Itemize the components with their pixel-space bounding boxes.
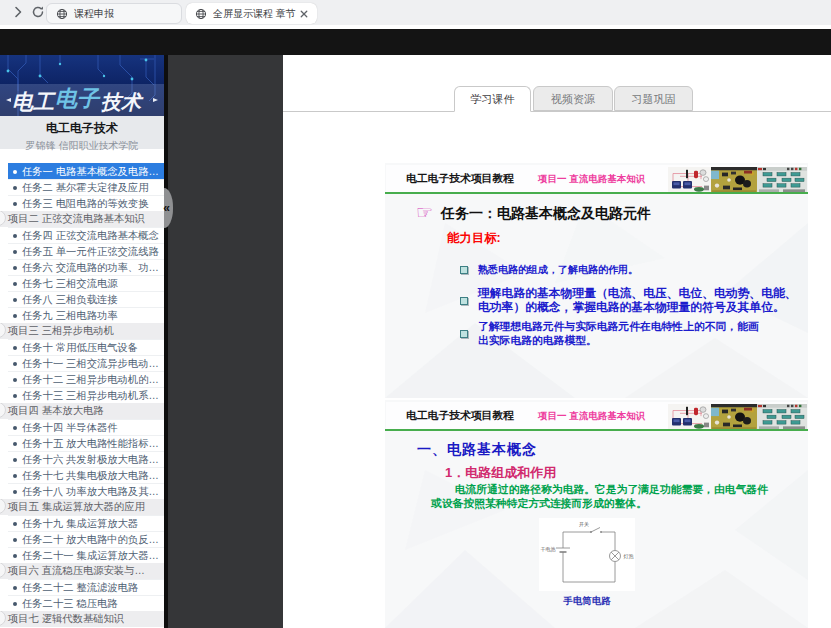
slide-2: 电工电子技术项目教程 项目一 直流电路基本知识 bbox=[385, 400, 808, 628]
app-area: 电工 电子 技术 电工电子技术 罗锦锋 信阳职业技术学院 任务一 电路基本概念及… bbox=[0, 55, 831, 628]
chapter-list-item[interactable]: 项目三 三相异步电动机 bbox=[0, 323, 164, 339]
chapter-list-item[interactable]: 任务二十二 整流滤波电路 bbox=[8, 579, 164, 595]
chapter-list-item[interactable]: 项目六 直流稳压电源安装与… bbox=[0, 563, 164, 579]
chapter-list-item[interactable]: 任务九 三相电路功率 bbox=[8, 307, 164, 323]
wiring-components-photo bbox=[668, 167, 711, 194]
chapter-list-item[interactable]: 任务一 电路基本概念及电路… bbox=[8, 163, 164, 179]
slide1-title: 任务一：电路基本概念及电路元件 bbox=[441, 205, 651, 223]
bullet-icon bbox=[13, 490, 17, 494]
slide-header-band: 电工电子技术项目教程 项目一 直流电路基本知识 bbox=[386, 402, 807, 429]
project-circle-icon bbox=[0, 323, 6, 338]
chapter-label: 任务二 基尔霍夫定律及应用 bbox=[22, 182, 148, 193]
page: 课程申报 全屏显示课程 章节 bbox=[0, 0, 831, 628]
subsection-heading: 1．电路组成和作用 bbox=[445, 464, 556, 482]
bullet-icon bbox=[13, 394, 17, 398]
chapter-label: 任务十二 三相异步电动机的… bbox=[22, 374, 159, 385]
bullet-icon bbox=[13, 202, 17, 206]
slide-header-project: 项目一 直流电路基本知识 bbox=[538, 402, 645, 429]
content-tabbar: 学习课件 视频资源 习题巩固 bbox=[283, 86, 831, 112]
chapter-list-item[interactable]: 项目五 集成运算放大器的应用 bbox=[0, 499, 164, 515]
slide-1: 电工电子技术项目教程 项目一 直流电路基本知识 bbox=[385, 163, 808, 398]
chapter-list-item[interactable]: 任务五 单一元件正弦交流线路 bbox=[8, 243, 164, 259]
sidebar-collapse-handle[interactable]: « bbox=[164, 188, 173, 228]
chapter-list-item[interactable]: 任务十八 功率放大电路及其… bbox=[8, 483, 164, 499]
chapter-label: 任务六 交流电路的功率、功… bbox=[22, 262, 159, 273]
chapter-list-item[interactable]: 项目七 逻辑代数基础知识 bbox=[0, 611, 164, 627]
tab-video-resources[interactable]: 视频资源 bbox=[533, 86, 613, 111]
ability-goals-heading: 能力目标: bbox=[447, 230, 501, 247]
chapter-list-item[interactable]: 任务十四 半导体器件 bbox=[8, 419, 164, 435]
chapter-list-item[interactable]: 任务六 交流电路的功率、功… bbox=[8, 259, 164, 275]
forward-icon[interactable] bbox=[10, 4, 26, 20]
bullet-icon bbox=[13, 362, 17, 366]
bullet-icon bbox=[13, 426, 17, 430]
chapter-list-item[interactable]: 任务二十三 稳压电路 bbox=[8, 595, 164, 611]
chapter-list-item[interactable]: 任务二 基尔霍夫定律及应用 bbox=[8, 179, 164, 195]
sidebar-scrollbar[interactable] bbox=[164, 55, 168, 628]
project-circle-icon bbox=[0, 611, 6, 626]
chapter-label: 项目七 逻辑代数基础知识 bbox=[8, 613, 124, 624]
bullet-icon bbox=[13, 170, 17, 174]
goal-bullet-text: 了解理想电路元件与实际电路元件在电特性上的不同，能画出实际电路的电路模型。 bbox=[478, 320, 764, 347]
close-tab-icon[interactable] bbox=[298, 8, 310, 20]
chapter-label: 任务十一 三相交流异步电动… bbox=[22, 358, 159, 369]
bullet-icon bbox=[13, 586, 17, 590]
browser-tab-label: 课程申报 bbox=[74, 7, 114, 21]
chapter-list-item[interactable]: 项目二 正弦交流电路基本知识 bbox=[0, 211, 164, 227]
tab-courseware[interactable]: 学习课件 bbox=[454, 86, 531, 112]
goal-bullet: 熟悉电路的组成，了解电路的作用。 bbox=[460, 263, 778, 276]
definition-paragraph: 电流所通过的路径称为电路。它是为了满足功能需要，由电气器件或设备按照某种特定方式… bbox=[431, 482, 775, 510]
chapter-label: 任务二十 放大电路中的负反… bbox=[22, 534, 159, 545]
chapter-label: 任务二十二 整流滤波电路 bbox=[22, 582, 138, 593]
globe-icon bbox=[195, 8, 207, 20]
bullet-icon bbox=[13, 314, 17, 318]
chapter-list-item[interactable]: 任务十二 三相异步电动机的… bbox=[8, 371, 164, 387]
slide-header-photos bbox=[668, 404, 807, 431]
goal-bullet-text: 理解电路的基本物理量（电流、电压、电位、电动势、电能、电功率）的概念，掌握电路的… bbox=[478, 287, 802, 314]
chapter-list-item[interactable]: 任务十九 集成运算放大器 bbox=[8, 515, 164, 531]
chapter-list-item[interactable]: 任务十七 共集电极放大电路… bbox=[8, 467, 164, 483]
chapter-list-item[interactable]: 任务四 正弦交流电路基本概念 bbox=[8, 227, 164, 243]
chapter-label: 任务一 电路基本概念及电路… bbox=[22, 166, 159, 177]
chapter-list-item[interactable]: 任务七 三相交流电源 bbox=[8, 275, 164, 291]
diagram-caption: 手电筒电路 bbox=[539, 595, 635, 608]
bullet-icon bbox=[13, 282, 17, 286]
bullet-icon bbox=[13, 602, 17, 606]
bullet-icon bbox=[13, 474, 17, 478]
browser-tab-inactive[interactable]: 课程申报 bbox=[46, 3, 182, 24]
chapter-list-item[interactable]: 任务十六 共发射极放大电路… bbox=[8, 451, 164, 467]
diagram-switch-label: 开关 bbox=[579, 521, 589, 527]
chapter-list-item[interactable]: 任务八 三相负载连接 bbox=[8, 291, 164, 307]
tab-exercises[interactable]: 习题巩固 bbox=[614, 86, 693, 111]
browser-tab-active[interactable]: 全屏显示课程 章节 bbox=[186, 3, 317, 24]
course-info: 电工电子技术 罗锦锋 信阳职业技术学院 bbox=[0, 116, 164, 149]
chapter-label: 项目三 三相异步电动机 bbox=[8, 325, 114, 336]
chapter-list-item[interactable]: 任务十五 放大电路性能指标… bbox=[8, 435, 164, 451]
chapter-list-item[interactable]: 项目四 基本放大电路 bbox=[0, 403, 164, 419]
goal-bullet-text: 熟悉电路的组成，了解电路的作用。 bbox=[478, 263, 778, 276]
reload-icon[interactable] bbox=[30, 4, 46, 20]
chapter-label: 项目二 正弦交流电路基本知识 bbox=[8, 213, 145, 224]
slide-header-title: 电工电子技术项目教程 bbox=[406, 165, 514, 192]
pcb-board-photo bbox=[711, 167, 757, 194]
flashlight-circuit-diagram: 开关 干电池 灯泡 bbox=[539, 518, 635, 591]
black-header-bar bbox=[0, 29, 831, 55]
square-bullet-icon bbox=[460, 297, 468, 305]
chapter-list-item[interactable]: 任务二十 放大电路中的负反… bbox=[8, 531, 164, 547]
course-title: 电工电子技术 bbox=[0, 120, 164, 137]
chapter-list-item[interactable]: 任务二十一 集成运算放大器… bbox=[8, 547, 164, 563]
slide-background-pattern bbox=[385, 400, 808, 628]
chapter-label: 任务十六 共发射极放大电路… bbox=[22, 454, 159, 465]
chapter-list-item[interactable]: 任务十一 三相交流异步电动… bbox=[8, 355, 164, 371]
course-sidebar: 电工 电子 技术 电工电子技术 罗锦锋 信阳职业技术学院 任务一 电路基本概念及… bbox=[0, 55, 164, 628]
chapter-label: 项目六 直流稳压电源安装与… bbox=[8, 565, 145, 576]
globe-icon bbox=[56, 8, 68, 20]
bullet-icon bbox=[13, 522, 17, 526]
chapter-list-item[interactable]: 任务三 电阻电路的等效变换 bbox=[8, 195, 164, 211]
collapse-chevrons-icon: « bbox=[163, 202, 170, 214]
chapter-list-item[interactable]: 任务十三 三相异步电动机系… bbox=[8, 387, 164, 403]
bullet-icon bbox=[13, 186, 17, 190]
chapter-list-item[interactable]: 任务十 常用低压电气设备 bbox=[8, 339, 164, 355]
bullet-icon bbox=[13, 250, 17, 254]
chapter-label: 任务二十三 稳压电路 bbox=[22, 598, 118, 609]
